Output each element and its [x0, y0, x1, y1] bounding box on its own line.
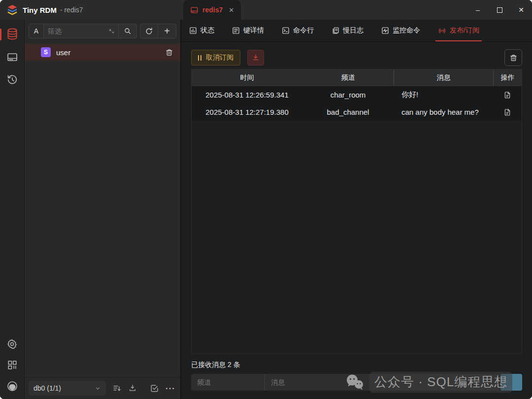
pause-icon — [198, 55, 201, 61]
match-mode-button[interactable]: A — [29, 24, 44, 38]
import-button[interactable] — [128, 384, 137, 393]
db-selector[interactable]: db0 (1/1) — [29, 381, 106, 396]
list-descending-icon — [112, 384, 122, 393]
flush-db-button[interactable] — [112, 384, 122, 393]
publish-message-input[interactable] — [265, 374, 499, 391]
tab-key-detail[interactable]: 键详情 — [232, 20, 264, 41]
cell-channel: bad_channel — [302, 103, 394, 121]
active-indicator — [0, 29, 1, 40]
copy-message-button[interactable] — [493, 103, 522, 121]
column-header-actions: 操作 — [493, 69, 522, 86]
terminal-icon — [282, 27, 290, 34]
unsubscribe-label: 取消订阅 — [206, 53, 233, 62]
db-selector-value: db0 (1/1) — [33, 384, 61, 392]
tab-label: 状态 — [200, 26, 214, 35]
tab-label: 命令行 — [293, 26, 314, 35]
filter-input-group: A — [29, 24, 137, 38]
sort-icon[interactable] — [108, 28, 118, 34]
sidebar-item-settings[interactable] — [6, 338, 18, 350]
sidebar-item-github[interactable] — [6, 380, 18, 392]
minimize-button[interactable]: – — [467, 0, 489, 20]
tab-slowlog[interactable]: 慢日志 — [332, 20, 364, 41]
publish-button[interactable] — [500, 374, 522, 391]
monitor-icon — [381, 27, 389, 34]
cell-message: can any body hear me? — [394, 103, 493, 121]
add-key-button[interactable]: + — [158, 24, 176, 38]
cell-time: 2025-08-31 12:27:19.380 — [192, 103, 302, 121]
checkbox-icon — [150, 384, 159, 393]
window-controls: – ✕ — [467, 0, 532, 20]
tab-label: 监控命令 — [393, 26, 420, 35]
tab-pubsub[interactable]: 发布/订阅 — [438, 20, 479, 41]
search-icon — [124, 27, 132, 35]
search-button[interactable] — [118, 24, 136, 38]
close-button[interactable]: ✕ — [510, 0, 532, 20]
column-header-time: 时间 — [192, 69, 302, 86]
sidebar-item-extensions[interactable] — [7, 360, 18, 370]
tab-status[interactable]: 状态 — [189, 20, 214, 41]
status-icon — [189, 27, 197, 34]
publish-form: 公众号 · SQL编程思想 — [191, 374, 522, 391]
more-button[interactable]: ··· — [166, 384, 175, 393]
broadcast-icon — [438, 27, 446, 35]
trash-icon — [165, 48, 173, 57]
clear-messages-button[interactable] — [504, 49, 522, 66]
table-row[interactable]: 2025-08-31 12:26:59.341 char_room 你好! — [192, 86, 522, 103]
connection-tab[interactable]: redis7 ✕ — [183, 0, 241, 20]
db-toolbar: db0 (1/1) — [25, 377, 180, 399]
key-name: user — [56, 48, 70, 57]
filter-input[interactable] — [44, 27, 108, 35]
column-header-channel: 频道 — [302, 69, 394, 86]
delete-key-button[interactable] — [165, 48, 173, 57]
sidebar-item-history[interactable] — [6, 74, 18, 86]
activity-bar — [0, 20, 25, 399]
export-messages-button[interactable] — [247, 50, 264, 66]
slowlog-icon — [332, 27, 339, 34]
github-icon — [6, 380, 18, 392]
table-row[interactable]: 2025-08-31 12:27:19.380 bad_channel can … — [192, 103, 522, 121]
maximize-button[interactable] — [489, 0, 510, 20]
column-header-message: 消息 — [394, 69, 493, 86]
publish-channel-input[interactable] — [191, 374, 265, 391]
unsubscribe-button[interactable]: 取消订阅 — [191, 50, 240, 66]
checkbox-mode-button[interactable] — [150, 384, 159, 393]
database-icon — [6, 28, 19, 40]
messages-table: 时间 频道 消息 操作 2025-08-31 12:26:59.341 char… — [191, 69, 522, 354]
app-title: Tiny RDM — [23, 6, 57, 14]
view-tabs: 状态 键详情 命令行 — [181, 20, 532, 42]
tab-cli[interactable]: 命令行 — [282, 20, 314, 41]
sidebar-item-server[interactable] — [6, 51, 18, 63]
trash-icon — [509, 54, 518, 62]
connection-tab-label: redis7 — [202, 6, 223, 14]
maximize-icon — [497, 7, 502, 13]
sidebar-item-databases[interactable] — [6, 28, 19, 40]
refresh-icon — [145, 27, 153, 35]
copy-message-button[interactable] — [493, 86, 522, 103]
main-content: 状态 键详情 命令行 — [181, 20, 532, 399]
export-icon — [252, 54, 260, 62]
cell-channel: char_room — [302, 86, 394, 103]
refresh-button[interactable] — [140, 24, 158, 38]
tab-label: 发布/订阅 — [450, 26, 479, 35]
publish-input-group — [191, 374, 499, 391]
tab-close-icon[interactable]: ✕ — [229, 6, 234, 14]
app-body: A — [0, 20, 532, 399]
plus-icon: + — [164, 26, 170, 36]
filter-toolbar: A — [25, 20, 180, 41]
tree-actions-group: + — [140, 24, 176, 38]
history-clock-icon — [6, 74, 18, 86]
app-logo-icon — [7, 4, 18, 15]
app-subtitle: - redis7 — [60, 6, 83, 14]
copy-document-icon — [503, 91, 511, 99]
download-tray-icon — [128, 384, 137, 393]
gear-icon — [6, 338, 18, 350]
key-row-user[interactable]: S user — [25, 44, 180, 61]
chevron-down-icon — [95, 385, 101, 392]
server-icon — [190, 6, 199, 14]
tab-label: 慢日志 — [343, 26, 364, 35]
received-count-status: 已接收消息 2 条 — [181, 354, 532, 374]
tab-monitor[interactable]: 监控命令 — [381, 20, 420, 41]
cell-time: 2025-08-31 12:26:59.341 — [192, 86, 302, 103]
server-icon — [6, 51, 18, 63]
tab-label: 键详情 — [243, 26, 264, 35]
